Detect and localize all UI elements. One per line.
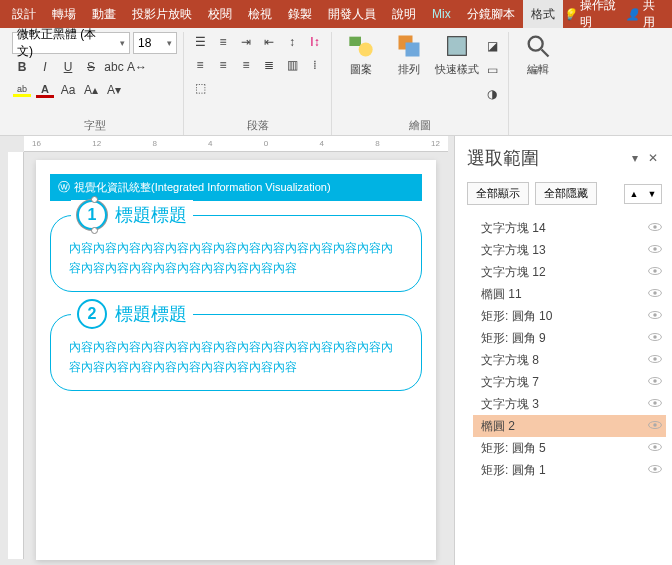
- numbering-button[interactable]: ≡: [213, 32, 233, 52]
- eye-icon[interactable]: [648, 265, 662, 279]
- case-button[interactable]: Aa: [58, 80, 78, 100]
- eye-icon[interactable]: [648, 287, 662, 301]
- shrink-font-button[interactable]: A▾: [104, 80, 124, 100]
- block-number-2[interactable]: 2: [77, 299, 107, 329]
- indent-dec-button[interactable]: ⇤: [259, 32, 279, 52]
- block-title-1[interactable]: 標題標題: [115, 203, 187, 227]
- quickstyle-button[interactable]: 快速樣式: [434, 32, 480, 77]
- svg-point-8: [653, 225, 657, 229]
- selection-item-label: 橢圓 11: [481, 286, 522, 303]
- tab-transitions[interactable]: 轉場: [44, 0, 84, 28]
- pane-menu-button[interactable]: ▾: [626, 149, 644, 167]
- bold-button[interactable]: B: [12, 57, 32, 77]
- selection-item[interactable]: 矩形: 圓角 5: [473, 437, 666, 459]
- bullets-button[interactable]: ☰: [190, 32, 210, 52]
- shapes-button[interactable]: 圖案: [338, 32, 384, 77]
- block-content-2[interactable]: 內容內容內容內容內容內容內容內容內容內容內容內容內容內容內容內容內容內容內容內容…: [69, 337, 403, 378]
- selection-item[interactable]: 橢圓 2: [473, 415, 666, 437]
- tab-format[interactable]: 格式: [523, 0, 563, 28]
- eye-icon[interactable]: [648, 243, 662, 257]
- selection-item[interactable]: 矩形: 圓角 9: [473, 327, 666, 349]
- align-justify-button[interactable]: ≣: [259, 55, 279, 75]
- selection-item[interactable]: 橢圓 11: [473, 283, 666, 305]
- slide-canvas[interactable]: 16128404812 視覺化資訊統整(Integrated Informati…: [0, 136, 454, 565]
- slide-title[interactable]: 視覺化資訊統整(Integrated Information Visualiza…: [50, 174, 422, 201]
- highlight-button[interactable]: ab: [12, 80, 32, 100]
- eye-icon[interactable]: [648, 353, 662, 367]
- tab-record[interactable]: 錄製: [280, 0, 320, 28]
- tab-view[interactable]: 檢視: [240, 0, 280, 28]
- draw-group-label: 繪圖: [338, 116, 502, 135]
- tell-me[interactable]: 操作說明: [563, 0, 617, 31]
- block-number-1[interactable]: 1: [77, 200, 107, 230]
- tab-design[interactable]: 設計: [4, 0, 44, 28]
- eye-icon[interactable]: [648, 441, 662, 455]
- italic-button[interactable]: I: [35, 57, 55, 77]
- selection-item[interactable]: 文字方塊 14: [473, 217, 666, 239]
- selection-item[interactable]: 文字方塊 13: [473, 239, 666, 261]
- tab-help[interactable]: 說明: [384, 0, 424, 28]
- selection-item[interactable]: 文字方塊 7: [473, 371, 666, 393]
- shape-outline-button[interactable]: ▭: [482, 60, 502, 80]
- quickstyle-icon: [443, 32, 471, 60]
- move-down-button[interactable]: ▼: [643, 185, 661, 203]
- tab-animations[interactable]: 動畫: [84, 0, 124, 28]
- selection-pane-title: 選取範圍: [467, 146, 626, 170]
- eye-icon[interactable]: [648, 375, 662, 389]
- selection-item[interactable]: 文字方塊 12: [473, 261, 666, 283]
- shadow-button[interactable]: abc: [104, 57, 124, 77]
- pane-close-button[interactable]: ✕: [644, 149, 662, 167]
- eye-icon[interactable]: [648, 331, 662, 345]
- eye-icon[interactable]: [648, 397, 662, 411]
- tab-storyboard[interactable]: 分鏡腳本: [459, 0, 523, 28]
- spacing-button[interactable]: A↔: [127, 57, 147, 77]
- slide: 視覺化資訊統整(Integrated Information Visualiza…: [36, 160, 436, 560]
- selection-item-label: 文字方塊 7: [481, 374, 539, 391]
- tab-mix[interactable]: Mix: [424, 0, 459, 28]
- selection-item[interactable]: 矩形: 圓角 10: [473, 305, 666, 327]
- svg-point-12: [653, 269, 657, 273]
- ruler-vertical: [8, 152, 24, 559]
- smartart-button[interactable]: ⬚: [190, 78, 210, 98]
- selection-item[interactable]: 文字方塊 8: [473, 349, 666, 371]
- line-spacing-button[interactable]: ↕: [282, 32, 302, 52]
- align-right-button[interactable]: ≡: [236, 55, 256, 75]
- block-1[interactable]: 1 標題標題 內容內容內容內容內容內容內容內容內容內容內容內容內容內容內容內容內…: [50, 215, 422, 292]
- shape-fill-button[interactable]: ◪: [482, 36, 502, 56]
- font-color-button[interactable]: A: [35, 80, 55, 100]
- move-up-button[interactable]: ▲: [625, 185, 643, 203]
- eye-icon[interactable]: [648, 221, 662, 235]
- svg-point-20: [653, 357, 657, 361]
- shape-effects-button[interactable]: ◑: [482, 84, 502, 104]
- eye-icon[interactable]: [648, 463, 662, 477]
- font-name-combo[interactable]: 微軟正黑體 (本文): [12, 32, 130, 54]
- underline-button[interactable]: U: [58, 57, 78, 77]
- edit-button[interactable]: 編輯: [515, 32, 561, 77]
- grow-font-button[interactable]: A▴: [81, 80, 101, 100]
- tab-developer[interactable]: 開發人員: [320, 0, 384, 28]
- eye-icon[interactable]: [648, 309, 662, 323]
- block-2[interactable]: 2 標題標題 內容內容內容內容內容內容內容內容內容內容內容內容內容內容內容內容內…: [50, 314, 422, 391]
- svg-rect-3: [406, 43, 420, 57]
- share-button[interactable]: 共用: [626, 0, 660, 31]
- selection-item[interactable]: 矩形: 圓角 1: [473, 459, 666, 481]
- hide-all-button[interactable]: 全部隱藏: [535, 182, 597, 205]
- text-dir-button[interactable]: I↕: [305, 32, 325, 52]
- selection-list: 文字方塊 14文字方塊 13文字方塊 12橢圓 11矩形: 圓角 10矩形: 圓…: [455, 213, 672, 565]
- tab-slideshow[interactable]: 投影片放映: [124, 0, 200, 28]
- align-center-button[interactable]: ≡: [213, 55, 233, 75]
- block-title-2[interactable]: 標題標題: [115, 302, 187, 326]
- indent-inc-button[interactable]: ⇥: [236, 32, 256, 52]
- eye-icon[interactable]: [648, 419, 662, 433]
- svg-point-24: [653, 401, 657, 405]
- strike-button[interactable]: S: [81, 57, 101, 77]
- block-content-1[interactable]: 內容內容內容內容內容內容內容內容內容內容內容內容內容內容內容內容內容內容內容內容…: [69, 238, 403, 279]
- tab-review[interactable]: 校閱: [200, 0, 240, 28]
- show-all-button[interactable]: 全部顯示: [467, 182, 529, 205]
- align-left-button[interactable]: ≡: [190, 55, 210, 75]
- font-size-combo[interactable]: 18: [133, 32, 177, 54]
- arrange-button[interactable]: 排列: [386, 32, 432, 77]
- selection-item[interactable]: 文字方塊 3: [473, 393, 666, 415]
- columns-button[interactable]: ▥: [282, 55, 302, 75]
- align-middle-button[interactable]: ⁞: [305, 55, 325, 75]
